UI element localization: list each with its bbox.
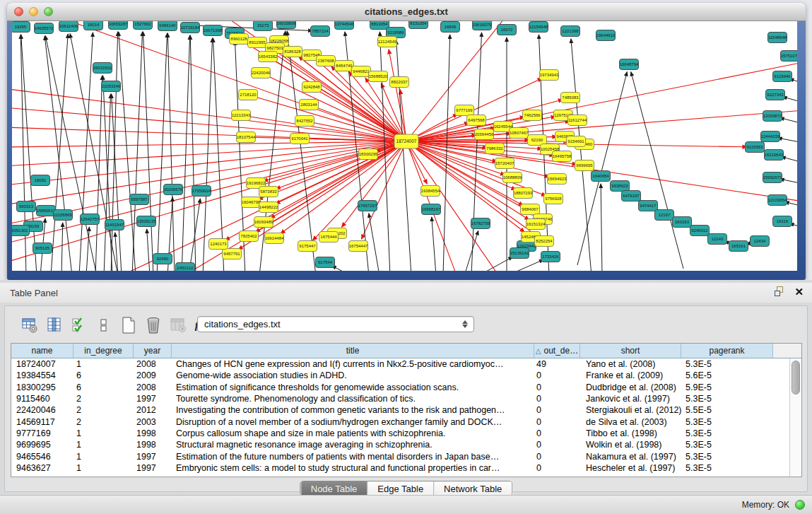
cell-in_degree[interactable]: 6 (73, 382, 134, 392)
cell-in_degree[interactable]: 1 (73, 440, 134, 450)
cell-pagerank[interactable]: 5.3E-5 (681, 359, 773, 369)
cell-in_degree[interactable]: 1 (73, 463, 134, 473)
cell-title[interactable]: Investigating the contribution of common… (172, 405, 534, 415)
cell-out_degree[interactable]: 0 (534, 452, 580, 462)
cell-short[interactable]: Tibbo et al. (1998) (580, 428, 681, 438)
graph-edge[interactable] (203, 38, 213, 271)
memory-status-indicator[interactable] (795, 500, 805, 510)
float-panel-icon[interactable] (775, 286, 785, 297)
toggle-rows-icon[interactable] (95, 316, 113, 334)
graph-edge[interactable] (332, 266, 351, 271)
graph-edge[interactable] (12, 141, 406, 147)
graph-edge[interactable] (778, 138, 797, 143)
graph-edge[interactable] (312, 87, 406, 141)
minimize-window-button[interactable] (29, 7, 38, 16)
graph-edge[interactable] (406, 62, 797, 141)
table-selector-dropdown[interactable]: citations_edges.txt (197, 316, 474, 332)
column-header-out_degree[interactable]: △out_de… (534, 344, 580, 358)
graph-edge[interactable] (225, 141, 406, 240)
column-header-title[interactable]: title (172, 344, 534, 358)
cell-year[interactable]: 2012 (134, 405, 172, 415)
table-row[interactable]: 1456911722003Disruption of a novel membe… (11, 416, 801, 427)
cell-in_degree[interactable]: 1 (73, 359, 134, 369)
graph-edge[interactable] (464, 231, 478, 271)
cell-short[interactable]: Franke et al. (2009) (580, 370, 681, 380)
cell-short[interactable]: de Silva et al. (2003) (580, 417, 681, 427)
new-document-icon[interactable] (119, 316, 138, 334)
cell-name[interactable]: 9777169 (11, 428, 73, 438)
graph-edge[interactable] (478, 257, 512, 271)
select-rows-icon[interactable] (70, 316, 88, 334)
graph-edge[interactable] (780, 118, 797, 124)
graph-edge[interactable] (51, 34, 68, 271)
graph-edge[interactable] (369, 214, 379, 271)
cell-year[interactable]: 1997 (134, 463, 172, 473)
graph-edge[interactable] (571, 39, 592, 271)
cell-in_degree[interactable]: 2 (73, 417, 134, 427)
cell-out_degree[interactable]: 0 (534, 428, 580, 438)
graph-edge[interactable] (45, 36, 97, 271)
cell-year[interactable]: 1997 (134, 452, 172, 462)
cell-year[interactable]: 1998 (134, 428, 172, 438)
cell-year[interactable]: 2009 (134, 370, 172, 380)
cell-in_degree[interactable]: 1 (73, 452, 134, 462)
cell-in_degree[interactable]: 2 (73, 394, 134, 404)
cell-pagerank[interactable]: 5.3E-5 (681, 440, 773, 450)
show-columns-icon[interactable] (45, 316, 64, 334)
cell-year[interactable]: 2003 (134, 417, 172, 427)
cell-title[interactable]: Tourette syndrome. Phenomenology and cla… (172, 394, 534, 404)
cell-name[interactable]: 14569117 (11, 417, 73, 427)
cell-year[interactable]: 2008 (134, 359, 172, 369)
graph-edge[interactable] (112, 94, 122, 271)
cell-short[interactable]: Nakamura et al. (1997) (580, 452, 681, 462)
table-row[interactable]: 911546021997Tourette syndrome. Phenomeno… (11, 393, 801, 404)
cell-pagerank[interactable]: 5.6E-5 (681, 370, 773, 380)
table-row[interactable]: 946362711997Embryonic stem cells: a mode… (11, 462, 801, 474)
cell-short[interactable]: Yano et al. (2008) (580, 359, 681, 369)
graph-edge[interactable] (143, 32, 153, 271)
close-window-button[interactable] (14, 7, 23, 16)
cell-out_degree[interactable]: 0 (534, 370, 580, 380)
table-row[interactable]: 1938455462009Genome-wide association stu… (11, 370, 801, 381)
graph-edge[interactable] (79, 33, 93, 271)
tab-edge-table[interactable]: Edge Table (367, 481, 433, 496)
cell-pagerank[interactable]: 5.3E-5 (681, 452, 773, 462)
cell-pagerank[interactable]: 5.9E-5 (681, 382, 773, 392)
cell-pagerank[interactable]: 5.3E-5 (681, 428, 773, 438)
cell-pagerank[interactable]: 5.5E-5 (681, 405, 773, 415)
cell-in_degree[interactable]: 6 (73, 370, 134, 380)
column-header-in_degree[interactable]: in_degree (73, 344, 134, 358)
table-row[interactable]: 1872400712008Changes of HCN gene express… (11, 358, 801, 370)
graph-edge[interactable] (432, 217, 436, 271)
delete-trash-icon[interactable] (144, 316, 163, 334)
cell-in_degree[interactable]: 2 (73, 405, 134, 415)
graph-edge[interactable] (601, 184, 602, 271)
cell-name[interactable]: 9463627 (11, 463, 73, 473)
graph-edge[interactable] (95, 76, 102, 271)
cell-year[interactable]: 1997 (134, 394, 172, 404)
table-row[interactable]: 946554611997Estimation of the future num… (11, 450, 801, 462)
graph-edge[interactable] (396, 40, 411, 271)
cell-short[interactable]: Dudbridge et al. (2008) (580, 382, 681, 392)
network-svg[interactable]: 1872400719355149355722061140616014106532… (12, 21, 797, 271)
cell-name[interactable]: 19384554 (11, 370, 73, 380)
graph-edge[interactable] (115, 233, 118, 271)
column-header-year[interactable]: year (134, 344, 172, 358)
graph-edge[interactable] (45, 36, 72, 271)
cell-title[interactable]: Estimation of significance thresholds fo… (172, 382, 534, 392)
table-row[interactable]: 969969511998Structural magnetic resonanc… (11, 439, 801, 450)
graph-edge[interactable] (119, 32, 136, 271)
table-settings-icon[interactable] (20, 316, 39, 334)
graph-edge[interactable] (507, 259, 543, 271)
column-header-pagerank[interactable]: pagerank (681, 344, 773, 358)
cell-out_degree[interactable]: 0 (534, 394, 580, 404)
cell-pagerank[interactable]: 5.3E-5 (681, 394, 773, 404)
cell-name[interactable]: 18300295 (11, 382, 73, 392)
tab-network-table[interactable]: Network Table (433, 481, 512, 496)
cell-title[interactable]: Structural magnetic resonance image aver… (172, 440, 534, 450)
scrollbar-thumb[interactable] (792, 361, 800, 395)
cell-short[interactable]: Wolkin et al. (1998) (580, 440, 681, 450)
cell-title[interactable]: Disruption of a novel member of a sodium… (172, 417, 534, 427)
cell-name[interactable]: 9465546 (11, 452, 73, 462)
graph-edge[interactable] (167, 33, 175, 271)
